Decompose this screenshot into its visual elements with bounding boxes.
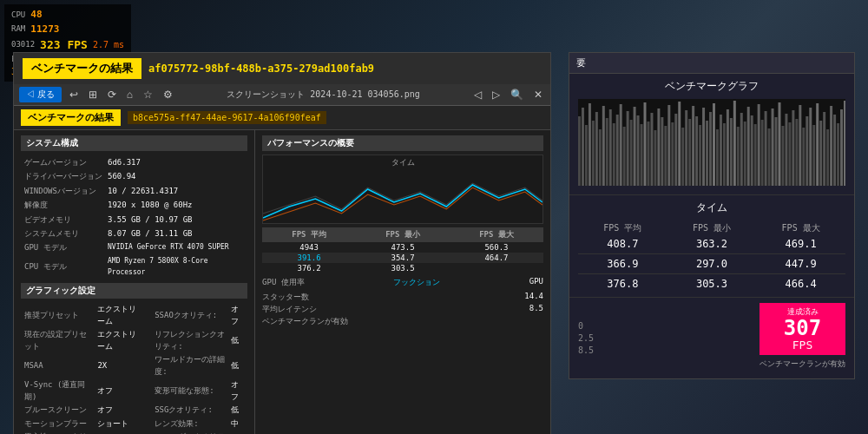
- right-scale-numbers: 0 2.5 8.5: [578, 321, 594, 355]
- right-score-badge: 達成済み 307 FPS: [760, 303, 845, 355]
- svg-rect-24: [657, 108, 660, 186]
- time-row-3: 376.8 305.3 466.4: [578, 278, 845, 290]
- time-row-2: 366.9 297.0 447.9: [578, 258, 845, 270]
- toolbar-undo-icon[interactable]: ↩: [67, 88, 81, 102]
- svg-rect-13: [620, 104, 622, 186]
- back-button[interactable]: ◁ 戻る: [19, 87, 62, 102]
- svg-rect-59: [779, 102, 781, 186]
- toolbar-zoom-icon[interactable]: 🔍: [508, 88, 526, 102]
- gpu-usage-area: GPU 使用率 フックション GPU: [262, 277, 543, 288]
- stats-area: スタッター数 14.4 平均レイテンシ 8.5 ベンチマークランが有効: [262, 292, 543, 327]
- fps-ms: 2.7 ms: [93, 38, 124, 51]
- svg-rect-19: [641, 124, 643, 186]
- table-row: MSAA 2X ワールドカーの詳細度: 低: [23, 354, 246, 378]
- table-row: WINDOWSバージョン 10 / 22631.4317: [23, 185, 246, 197]
- time-row-1: 408.7 363.2 469.1: [578, 238, 845, 250]
- right-fps-number: 307: [770, 318, 835, 339]
- table-row: 解像度 1920 x 1080 @ 60Hz: [23, 199, 246, 211]
- fps-id-label: 03012: [11, 39, 35, 51]
- svg-rect-71: [819, 121, 822, 186]
- chart-title: タイム: [263, 155, 542, 170]
- toolbar-close-icon[interactable]: ✕: [531, 88, 545, 102]
- table-row: GPU モデル NVIDIA GeForce RTX 4070 SUPER: [23, 241, 246, 253]
- table-row: 推奨プリセット エクストリーム SSAOクオリティ: オフ: [23, 304, 246, 327]
- svg-rect-31: [681, 128, 684, 186]
- toolbar-grid-icon[interactable]: ⊞: [86, 88, 100, 102]
- svg-rect-23: [654, 130, 656, 186]
- svg-rect-51: [751, 115, 753, 186]
- svg-rect-34: [692, 106, 694, 186]
- svg-rect-74: [830, 106, 832, 186]
- performance-section-title: パフォーマンスの概要: [262, 135, 543, 151]
- svg-rect-2: [582, 108, 584, 186]
- left-column: システム構成 ゲームバージョン 6d6.317 ドライバーバージョン 560.9…: [14, 130, 255, 434]
- svg-rect-63: [792, 110, 794, 186]
- toolbar-star-icon[interactable]: ☆: [141, 88, 155, 102]
- svg-rect-1: [578, 116, 581, 186]
- right-panel-title: 要: [576, 57, 586, 69]
- svg-rect-61: [785, 114, 787, 186]
- svg-rect-55: [765, 111, 767, 186]
- svg-rect-11: [613, 123, 615, 186]
- benchmark-chart: タイム: [262, 155, 543, 224]
- ram-value: 11273: [30, 23, 59, 37]
- fps-table: FPS 平均 FPS 最小 FPS 最大 4943 473.5 560.3 39…: [262, 227, 543, 273]
- main-panel-title: ベンチマークの結果: [23, 58, 141, 79]
- inner-title: ベンチマークの結果: [21, 109, 121, 126]
- toolbar-gear-icon[interactable]: ⚙: [161, 88, 175, 102]
- svg-rect-64: [795, 119, 798, 186]
- inner-hash: b8ce575a-ff47-44ae-9617-4a106f90feaf: [128, 111, 326, 124]
- svg-rect-47: [737, 127, 740, 186]
- right-bench-valid: ベンチマークランが有効: [760, 358, 845, 373]
- main-panel-toolbar: ◁ 戻る ↩ ⊞ ⟳ ⌂ ☆ ⚙ スクリーンショット 2024-10-21 03…: [14, 84, 550, 106]
- svg-rect-25: [661, 117, 663, 186]
- svg-rect-57: [772, 108, 774, 186]
- inner-panel-header: ベンチマークの結果 b8ce575a-ff47-44ae-9617-4a106f…: [14, 106, 550, 130]
- svg-rect-56: [768, 128, 771, 186]
- svg-rect-60: [781, 126, 784, 186]
- svg-rect-5: [592, 121, 595, 186]
- svg-rect-38: [706, 121, 708, 186]
- toolbar-refresh-icon[interactable]: ⟳: [105, 88, 119, 102]
- right-benchmark-graph: [578, 99, 845, 186]
- svg-rect-50: [747, 107, 750, 186]
- svg-rect-46: [733, 101, 736, 186]
- svg-rect-40: [713, 103, 715, 186]
- svg-rect-27: [667, 105, 670, 186]
- toolbar-next-icon[interactable]: ▷: [490, 88, 503, 102]
- toolbar-home-icon[interactable]: ⌂: [124, 88, 135, 102]
- table-row: V-Sync (通直同期) オフ 変形可能な形態: オフ: [23, 379, 246, 403]
- svg-rect-17: [634, 107, 636, 186]
- svg-rect-70: [816, 103, 819, 186]
- svg-rect-66: [802, 128, 805, 186]
- right-score-area: 0 2.5 8.5 達成済み 307 FPS ベンチマークランが有効: [569, 297, 854, 378]
- panel-body: システム構成 ゲームバージョン 6d6.317 ドライバーバージョン 560.9…: [14, 130, 550, 434]
- svg-rect-10: [609, 109, 612, 186]
- right-score-right: 達成済み 307 FPS ベンチマークランが有効: [760, 303, 845, 373]
- svg-rect-32: [685, 110, 687, 186]
- time-section: タイム FPS 平均 FPS 最小 FPS 最大 408.7 363.2 469…: [569, 194, 854, 297]
- toolbar-prev-icon[interactable]: ◁: [471, 88, 484, 102]
- svg-rect-72: [823, 112, 825, 186]
- svg-rect-7: [599, 129, 602, 186]
- table-row: ビデオメモリ 3.55 GB / 10.97 GB: [23, 214, 246, 226]
- table-row: 現在の設定プリセット エクストリーム リフレクションクオリティ: 低: [23, 329, 246, 352]
- bench-valid-row: ベンチマークランが有効: [262, 316, 543, 327]
- svg-rect-78: [844, 101, 845, 186]
- table-header-row: FPS 平均 FPS 最小 FPS 最大: [262, 227, 543, 242]
- svg-rect-3: [585, 125, 588, 186]
- right-panel-header: 要: [569, 53, 854, 74]
- svg-rect-69: [812, 125, 815, 186]
- svg-rect-48: [740, 113, 743, 186]
- svg-rect-77: [840, 109, 843, 186]
- svg-rect-8: [602, 106, 605, 186]
- svg-rect-33: [688, 119, 691, 186]
- graphics-section-title: グラフィック設定: [21, 283, 247, 299]
- svg-rect-58: [775, 117, 778, 186]
- latency-row: 平均レイテンシ 8.5: [262, 304, 543, 315]
- svg-rect-36: [699, 125, 701, 186]
- table-row: モーションブラー ショート レンズ効果: 中: [23, 418, 246, 431]
- time-divider: [578, 253, 845, 254]
- right-fps-unit: FPS: [770, 339, 835, 352]
- right-benchmark-panel: 要 ベンチマークグラフ: [569, 52, 855, 379]
